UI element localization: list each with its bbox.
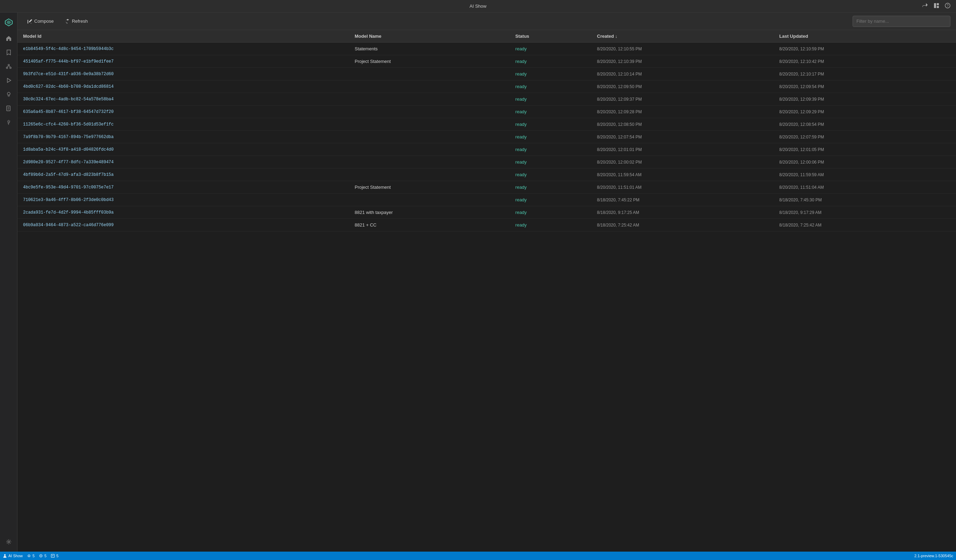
col-created[interactable]: Created ↓ [591, 30, 774, 42]
table-row[interactable]: 06b9a034-9464-4873-a522-ca46d776e0998821… [17, 219, 956, 231]
table-row[interactable]: 4bd0c627-02dc-4b60-b708-9da1dcd86814read… [17, 80, 956, 93]
cell-created: 8/18/2020, 7:25:42 AM [591, 219, 774, 231]
svg-point-19 [29, 555, 29, 556]
cell-model-id: 06b9a034-9464-4873-a522-ca46d776e099 [17, 219, 349, 231]
cell-created: 8/20/2020, 12:10:39 PM [591, 55, 774, 68]
cell-model-name [349, 143, 510, 156]
svg-rect-2 [937, 6, 939, 8]
table-row[interactable]: e1b84549-5f4c-4d8c-9454-1709b5944b3cStat… [17, 42, 956, 55]
cell-created: 8/20/2020, 12:09:28 PM [591, 105, 774, 118]
svg-point-7 [8, 64, 9, 66]
table-row[interactable]: 710621e3-9a46-4ff7-8b06-2f3de0c0bd43read… [17, 193, 956, 206]
cell-created: 8/20/2020, 11:51:01 AM [591, 181, 774, 193]
cell-model-id: 7a9f8b70-9b79-4167-894b-75e977662dba [17, 131, 349, 143]
cell-model-id: 4bd0c627-02dc-4b60-b708-9da1dcd86814 [17, 80, 349, 93]
table-row[interactable]: 451405af-f775-444b-bf97-e1bf9ed1fee7Proj… [17, 55, 956, 68]
cell-status: ready [510, 143, 591, 156]
table-row[interactable]: 635a6a45-8b87-4617-bf38-64547d732f20read… [17, 105, 956, 118]
sidebar-item-document[interactable] [2, 102, 15, 115]
cell-model-id: 9b3fd7ce-e51d-431f-a036-0e9a38b72d60 [17, 68, 349, 80]
cell-last-updated: 8/20/2020, 12:01:05 PM [774, 143, 956, 156]
sidebar-item-run[interactable] [2, 74, 15, 87]
cell-status: ready [510, 68, 591, 80]
svg-line-10 [7, 66, 9, 67]
cell-model-name [349, 168, 510, 181]
app-title: AI Show [470, 3, 486, 9]
cell-model-name: Project Statement [349, 55, 510, 68]
statusbar: AI Show 5 5 5 2.1-preview.1-530545c [0, 552, 956, 560]
cell-created: 8/20/2020, 12:09:37 PM [591, 93, 774, 105]
cell-created: 8/18/2020, 7:45:22 PM [591, 193, 774, 206]
refresh-icon [65, 19, 70, 24]
titlebar: AI Show ? [0, 0, 956, 13]
table-row[interactable]: 7a9f8b70-9b79-4167-894b-75e977662dbaread… [17, 131, 956, 143]
cell-model-id: e1b84549-5f4c-4d8c-9454-1709b5944b3c [17, 42, 349, 55]
content-area: Compose Refresh Model Id Model Name Stat… [17, 13, 956, 552]
table-row[interactable]: 11265e6c-cfc4-4260-bf36-5d01d53ef1fcread… [17, 118, 956, 131]
cell-created: 8/20/2020, 12:10:55 PM [591, 42, 774, 55]
statusbar-version-val: 2.1-preview.1-530545c [914, 554, 953, 558]
cell-last-updated: 8/20/2020, 11:51:04 AM [774, 181, 956, 193]
sidebar-item-network[interactable] [2, 60, 15, 73]
svg-point-18 [4, 554, 6, 556]
cell-created: 8/20/2020, 12:10:14 PM [591, 68, 774, 80]
cell-last-updated: 8/20/2020, 12:09:54 PM [774, 80, 956, 93]
col-status: Status [510, 30, 591, 42]
col-last-updated: Last Updated [774, 30, 956, 42]
cell-created: 8/20/2020, 12:08:50 PM [591, 118, 774, 131]
svg-text:?: ? [947, 4, 949, 8]
table-row[interactable]: 1d8aba5a-b24c-43f8-a418-d04826fdc4d0read… [17, 143, 956, 156]
sidebar-item-home[interactable] [2, 32, 15, 45]
svg-point-17 [8, 541, 9, 543]
table-row[interactable]: 30c0c324-67ec-4adb-bc82-54a578e58ba4read… [17, 93, 956, 105]
cell-status: ready [510, 105, 591, 118]
sidebar-item-bulb[interactable] [2, 88, 15, 101]
cell-model-id: 11265e6c-cfc4-4260-bf36-5d01d53ef1fc [17, 118, 349, 131]
table-header: Model Id Model Name Status Created ↓ Las… [17, 30, 956, 42]
svg-marker-6 [7, 20, 11, 24]
sidebar-item-plug[interactable] [2, 116, 15, 129]
table-container[interactable]: Model Id Model Name Status Created ↓ Las… [17, 30, 956, 552]
cell-model-id: 710621e3-9a46-4ff7-8b06-2f3de0c0bd43 [17, 193, 349, 206]
share-icon[interactable] [923, 3, 928, 9]
cell-status: ready [510, 118, 591, 131]
cell-model-id: 2cada931-fe7d-4d2f-9994-4b85fff03b9a [17, 206, 349, 219]
cell-status: ready [510, 55, 591, 68]
refresh-button[interactable]: Refresh [61, 16, 92, 26]
cell-model-id: 30c0c324-67ec-4adb-bc82-54a578e58ba4 [17, 93, 349, 105]
svg-point-12 [7, 92, 10, 95]
layout-icon[interactable] [934, 3, 939, 9]
cell-model-name [349, 93, 510, 105]
sidebar-bottom [2, 535, 15, 549]
cell-last-updated: 8/20/2020, 12:09:29 PM [774, 105, 956, 118]
cell-created: 8/20/2020, 11:59:54 AM [591, 168, 774, 181]
compose-button[interactable]: Compose [23, 16, 58, 26]
statusbar-app-label: AI Show [8, 554, 23, 558]
cell-last-updated: 8/20/2020, 12:09:39 PM [774, 93, 956, 105]
cell-model-name [349, 193, 510, 206]
sidebar-item-bookmark[interactable] [2, 46, 15, 59]
statusbar-count1: 5 [27, 554, 35, 558]
table-row[interactable]: 9b3fd7ce-e51d-431f-a036-0e9a38b72d60read… [17, 68, 956, 80]
statusbar-count3: 5 [51, 554, 58, 558]
statusbar-version: 2.1-preview.1-530545c [914, 554, 953, 558]
cell-model-name [349, 80, 510, 93]
cell-last-updated: 8/20/2020, 12:10:42 PM [774, 55, 956, 68]
table-row[interactable]: 2d980e20-9527-4f77-8dfc-7a339e489474read… [17, 156, 956, 168]
cell-last-updated: 8/20/2020, 12:07:59 PM [774, 131, 956, 143]
help-icon[interactable]: ? [945, 3, 950, 9]
table-row[interactable]: 4bf89b6d-2a5f-47d9-afa3-d823b8f7b15aread… [17, 168, 956, 181]
compose-icon [27, 19, 32, 24]
table-row[interactable]: 4bc9e5fe-953e-49d4-9701-97c0075e7e17Proj… [17, 181, 956, 193]
statusbar-count3-val: 5 [56, 554, 58, 558]
cell-model-id: 4bf89b6d-2a5f-47d9-afa3-d823b8f7b15a [17, 168, 349, 181]
cell-model-id: 1d8aba5a-b24c-43f8-a418-d04826fdc4d0 [17, 143, 349, 156]
filter-input[interactable] [852, 16, 950, 27]
table-row[interactable]: 2cada931-fe7d-4d2f-9994-4b85fff03b9a8821… [17, 206, 956, 219]
cell-model-id: 635a6a45-8b87-4617-bf38-64547d732f20 [17, 105, 349, 118]
cell-status: ready [510, 156, 591, 168]
cell-last-updated: 8/20/2020, 11:59:59 AM [774, 168, 956, 181]
sidebar-item-settings[interactable] [2, 536, 15, 548]
svg-rect-1 [937, 3, 939, 5]
cell-model-name [349, 131, 510, 143]
